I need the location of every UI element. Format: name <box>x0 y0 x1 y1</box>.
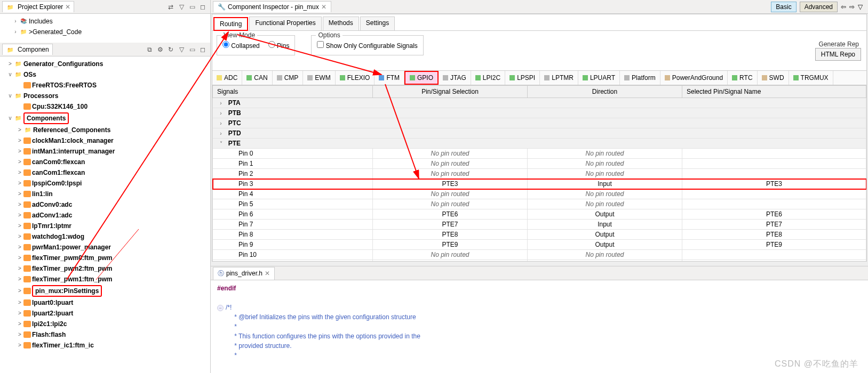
tree-row[interactable]: v📁Components <box>0 112 210 125</box>
col-header[interactable]: Pin/Signal Selection <box>373 86 528 98</box>
pin-row[interactable]: Pin 4No pin routedNo pin routed <box>213 189 866 199</box>
collapsed-radio[interactable]: Collapsed <box>222 41 260 50</box>
min-icon[interactable]: ▭ <box>188 45 196 54</box>
link-icon[interactable]: ⇄ <box>166 3 175 11</box>
pin-row[interactable]: Pin 10No pin routedNo pin routed <box>213 250 866 260</box>
tree-row[interactable]: >lpspiCom0:lpspi <box>0 178 210 189</box>
close-icon[interactable]: ✕ <box>265 270 270 277</box>
col-header[interactable]: Selected Pin/Signal Name <box>682 86 866 98</box>
signal-adc[interactable]: ADC <box>212 71 242 85</box>
inspector-tab[interactable]: 🔧 Component Inspector - pin_mux ✕ <box>213 1 331 12</box>
pin-row[interactable]: Pin 6PTE6OutputPTE6 <box>213 209 866 220</box>
tree-row[interactable]: >lpTmr1:lptmr <box>0 221 210 231</box>
group-row[interactable]: › PTD <box>213 128 866 139</box>
fold-icon[interactable]: − <box>217 305 224 311</box>
refresh-icon[interactable]: ↻ <box>166 45 175 54</box>
tree-row[interactable]: >lpi2c1:lpi2c <box>0 319 210 329</box>
tree-row[interactable]: >canCom0:flexcan <box>0 157 210 167</box>
tree-row[interactable]: >adConv1:adc <box>0 210 210 221</box>
signal-jtag[interactable]: JTAG <box>439 71 471 85</box>
project-explorer-tab[interactable]: 📁 Project Explorer ✕ <box>2 1 74 12</box>
filter-icon[interactable]: ⧉ <box>145 45 154 54</box>
signal-lpspi[interactable]: LPSPI <box>505 71 540 85</box>
collapse-icon[interactable]: ▽ <box>177 3 186 11</box>
tree-row[interactable]: >lpuart2:lpuart <box>0 308 210 319</box>
tree-row[interactable]: >intMan1:interrupt_manager <box>0 146 210 157</box>
min-icon[interactable]: ▭ <box>188 3 196 11</box>
pin-row[interactable]: Pin 5No pin routedNo pin routed <box>213 199 866 209</box>
signal-lpuart[interactable]: LPUART <box>578 71 620 85</box>
tree-row[interactable]: >lin1:lin <box>0 189 210 199</box>
code-file-tab[interactable]: ⓗ pins_driver.h ✕ <box>213 267 275 280</box>
tree-row[interactable]: >lpuart0:lpuart <box>0 297 210 308</box>
tree-row[interactable]: >pwrMan1:power_manager <box>0 242 210 253</box>
tab-functional-properties[interactable]: Functional Properties <box>249 17 321 30</box>
advanced-mode[interactable]: Advanced <box>800 2 838 12</box>
signal-swd[interactable]: SWD <box>758 71 789 85</box>
pin-row[interactable]: Pin 2No pin routedNo pin routed <box>213 169 866 179</box>
pin-row[interactable]: Pin 11No pin routedNo pin routed <box>213 260 866 262</box>
components-tab[interactable]: 📁 Componen <box>2 44 53 55</box>
signal-powerandground[interactable]: PowerAndGround <box>660 71 728 85</box>
tree-row[interactable]: v📁Processors <box>0 91 210 101</box>
signal-can[interactable]: CAN <box>242 71 272 85</box>
signal-cmp[interactable]: CMP <box>273 71 304 85</box>
menu-icon[interactable]: ▽ <box>858 3 863 11</box>
group-row[interactable]: ˅ PTE <box>213 139 866 149</box>
tab-settings[interactable]: Settings <box>360 17 395 30</box>
group-row[interactable]: › PTB <box>213 108 866 118</box>
menu-icon[interactable]: ▽ <box>177 45 186 54</box>
gear-icon[interactable]: ⚙ <box>156 45 164 54</box>
pin-row[interactable]: Pin 1No pin routedNo pin routed <box>213 159 866 169</box>
tree-row[interactable]: >Flash:flash <box>0 329 210 340</box>
tree-row[interactable]: >pin_mux:PinSettings <box>0 285 210 297</box>
signal-lptmr[interactable]: LPTMR <box>540 71 578 85</box>
signal-ftm[interactable]: FTM <box>375 71 404 85</box>
code-area[interactable]: #endif −/*! * @brief Initializes the pin… <box>211 280 868 363</box>
pin-row[interactable]: Pin 7PTE7InputPTE7 <box>213 220 866 230</box>
signal-gpio[interactable]: GPIO <box>404 71 439 85</box>
tree-row[interactable]: › 📚 Includes <box>0 16 210 27</box>
col-header[interactable]: Direction <box>528 86 682 98</box>
group-row[interactable]: › PTA <box>213 98 866 108</box>
show-only-check[interactable]: Show Only Configurable Signals <box>317 42 417 50</box>
tree-row[interactable]: >flexTimer_ic1:ftm_ic <box>0 340 210 351</box>
fwd-icon[interactable]: ⇨ <box>849 3 855 11</box>
signal-lpi2c[interactable]: LPI2C <box>471 71 505 85</box>
tree-row[interactable]: >flexTimer_pwm0:ftm_pwm <box>0 253 210 263</box>
tree-row[interactable]: >clockMan1:clock_manager <box>0 135 210 146</box>
pin-row[interactable]: Pin 8PTE8OutputPTE8 <box>213 230 866 240</box>
pin-row[interactable]: Pin 9PTE9OutputPTE9 <box>213 240 866 250</box>
tree-row[interactable]: FreeRTOS:FreeRTOS <box>0 80 210 91</box>
signal-ewm[interactable]: EWM <box>303 71 335 85</box>
signal-trgmux[interactable]: TRGMUX <box>789 71 833 85</box>
generate-report-button[interactable]: HTML Repo <box>815 48 861 61</box>
tree-row[interactable]: >flexTimer_pwm1:ftm_pwm <box>0 274 210 285</box>
basic-mode[interactable]: Basic <box>771 2 796 12</box>
back-icon[interactable]: ⇦ <box>841 3 846 11</box>
signal-flexio[interactable]: FLEXIO <box>336 71 375 85</box>
tree-row[interactable]: Cpu:S32K146_100 <box>0 101 210 112</box>
tree-row[interactable]: >flexTimer_pwm2:ftm_pwm <box>0 263 210 274</box>
pins-radio[interactable]: Pins <box>268 41 290 50</box>
tree-row[interactable]: v📁OSs <box>0 69 210 80</box>
pin-row[interactable]: Pin 3PTE3InputPTE3 <box>213 179 866 189</box>
tree-row[interactable]: >watchdog1:wdog <box>0 231 210 242</box>
tree-row[interactable]: › 📁 > Generated_Code <box>0 27 210 37</box>
tree-row[interactable]: >📁Generator_Configurations <box>0 59 210 69</box>
tree-row[interactable]: >canCom1:flexcan <box>0 167 210 178</box>
signal-rtc[interactable]: RTC <box>728 71 757 85</box>
group-row[interactable]: › PTC <box>213 118 866 128</box>
tab-methods[interactable]: Methods <box>323 17 359 30</box>
max-icon[interactable]: ◻ <box>198 45 207 54</box>
close-icon[interactable]: ✕ <box>65 3 70 11</box>
max-icon[interactable]: ◻ <box>198 3 207 11</box>
project-explorer-tabbar: 📁 Project Explorer ✕ ⇄ ▽ ▭ ◻ <box>0 0 210 14</box>
tree-row[interactable]: >adConv0:adc <box>0 199 210 210</box>
tree-row[interactable]: >📁Referenced_Components <box>0 125 210 135</box>
pin-row[interactable]: Pin 0No pin routedNo pin routed <box>213 149 866 159</box>
close-icon[interactable]: ✕ <box>321 3 327 11</box>
signal-platform[interactable]: Platform <box>620 71 660 85</box>
col-header[interactable]: Signals <box>213 86 373 98</box>
tab-routing[interactable]: Routing <box>213 17 248 31</box>
